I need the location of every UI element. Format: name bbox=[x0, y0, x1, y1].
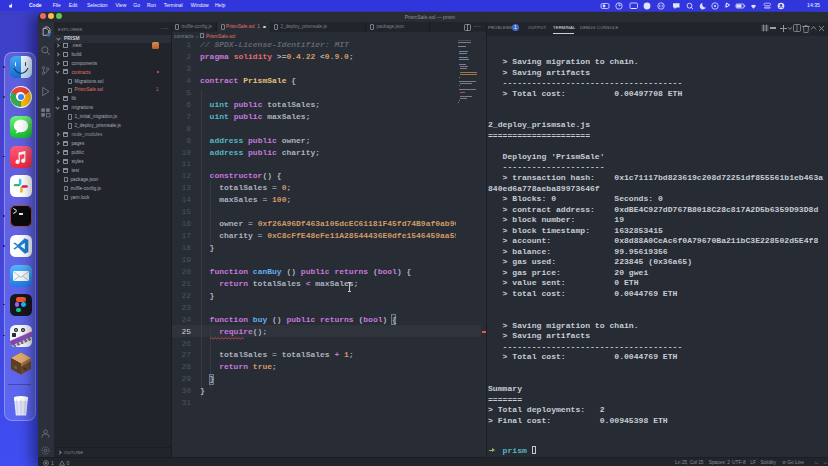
svg-text:1: 1 bbox=[51, 460, 54, 466]
svg-text:0: 0 bbox=[67, 460, 70, 466]
